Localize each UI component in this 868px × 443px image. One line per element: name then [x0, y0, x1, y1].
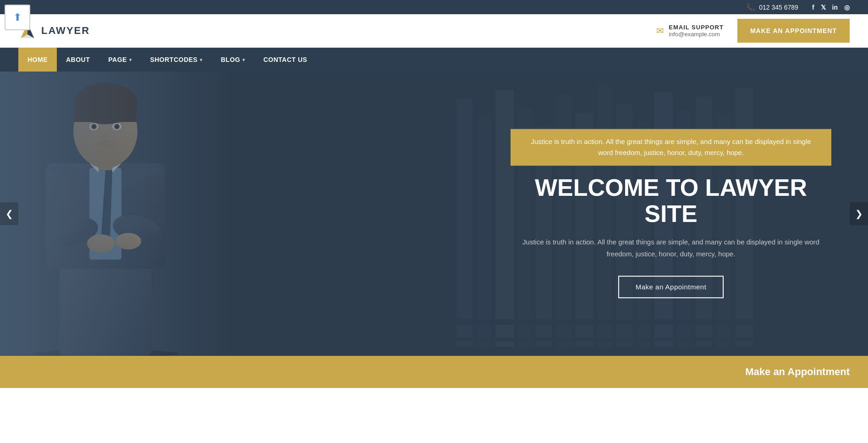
hero-content: Justice is truth in action. All the grea… [511, 129, 831, 298]
envelope-icon: ✉ [656, 25, 664, 36]
phone-number: 012 345 6789 [759, 4, 798, 11]
hero-tagline-box: Justice is truth in action. All the grea… [511, 129, 831, 166]
email-contact: ✉ EMAIL SUPPORT info@example.com [656, 24, 724, 38]
hero-cta-button[interactable]: Make an Appointment [618, 276, 724, 299]
phone-contact: 📞 012 345 6789 [746, 3, 798, 11]
upload-button[interactable]: ⬆ [5, 5, 30, 30]
make-appointment-header-button[interactable]: MAKE AN APPOINTMENT [737, 19, 850, 43]
hero-subtitle: Justice is truth in action. All the grea… [511, 237, 831, 260]
shortcodes-chevron-icon: ▾ [200, 57, 203, 62]
nav-item-page[interactable]: PAGE ▾ [99, 48, 141, 72]
contact-info: EMAIL SUPPORT info@example.com [669, 24, 724, 38]
slider-prev-button[interactable]: ❮ [0, 202, 18, 225]
slider-next-button[interactable]: ❯ [850, 202, 868, 225]
upload-icon: ⬆ [13, 11, 22, 23]
site-header: LAWYER ✉ EMAIL SUPPORT info@example.com … [0, 14, 868, 48]
twitter-link[interactable]: 𝕏 [821, 4, 826, 11]
hero-person [0, 72, 238, 356]
main-nav: HOME ABOUT PAGE ▾ SHORTCODES ▾ BLOG ▾ CO… [0, 48, 868, 72]
chevron-right-icon: ❯ [855, 208, 863, 219]
nav-item-shortcodes[interactable]: SHORTCODES ▾ [141, 48, 211, 72]
nav-item-contact[interactable]: CONTACT US [254, 48, 317, 72]
make-appointment-text: Make an Appointment [745, 366, 850, 378]
make-appointment-section: Make an Appointment [0, 356, 868, 388]
blog-chevron-icon: ▾ [242, 57, 245, 62]
top-bar: 📞 012 345 6789 f 𝕏 in ◎ [0, 0, 868, 14]
svg-rect-48 [0, 72, 229, 356]
email-address: info@example.com [669, 31, 724, 38]
instagram-link[interactable]: ◎ [844, 4, 850, 11]
chevron-left-icon: ❮ [5, 208, 13, 219]
nav-item-home[interactable]: HOME [18, 48, 57, 72]
facebook-link[interactable]: f [812, 4, 814, 11]
nav-item-about[interactable]: ABOUT [57, 48, 99, 72]
social-links: f 𝕏 in ◎ [812, 4, 850, 11]
hero-section: Justice is truth in action. All the grea… [0, 72, 868, 356]
linkedin-link[interactable]: in [832, 4, 838, 11]
phone-icon: 📞 [746, 3, 755, 11]
header-right: ✉ EMAIL SUPPORT info@example.com MAKE AN… [656, 19, 850, 43]
hero-tagline: Justice is truth in action. All the grea… [524, 136, 818, 158]
email-support-label: EMAIL SUPPORT [669, 24, 724, 31]
nav-item-blog[interactable]: BLOG ▾ [212, 48, 254, 72]
page-chevron-icon: ▾ [129, 57, 132, 62]
hero-title: WELCOME TO LAWYER SITE [511, 175, 831, 227]
logo-text: LAWYER [41, 25, 90, 37]
